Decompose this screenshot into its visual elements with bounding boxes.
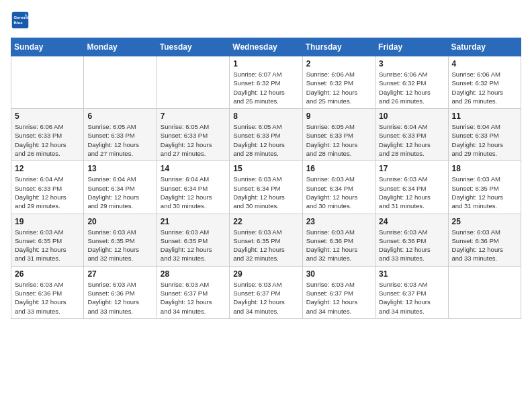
day-cell-26: 26Sunrise: 6:03 AMSunset: 6:36 PMDayligh… — [11, 266, 84, 318]
calendar-header: SundayMondayTuesdayWednesdayThursdayFrid… — [11, 38, 521, 56]
day-number: 20 — [87, 217, 152, 226]
day-number: 6 — [87, 111, 152, 121]
header-day-wednesday: Wednesday — [230, 38, 302, 56]
day-info: Sunrise: 6:03 AMSunset: 6:34 PMDaylight:… — [233, 175, 298, 210]
calendar-table: SundayMondayTuesdayWednesdayThursdayFrid… — [11, 38, 521, 319]
day-cell-empty — [11, 56, 84, 109]
day-info: Sunrise: 6:03 AMSunset: 6:37 PMDaylight:… — [161, 280, 226, 316]
day-info: Sunrise: 6:05 AMSunset: 6:33 PMDaylight:… — [233, 122, 298, 158]
day-cell-17: 17Sunrise: 6:03 AMSunset: 6:34 PMDayligh… — [375, 161, 448, 214]
day-cell-10: 10Sunrise: 6:04 AMSunset: 6:33 PMDayligh… — [375, 109, 448, 161]
calendar-body: 1Sunrise: 6:07 AMSunset: 6:32 PMDaylight… — [11, 56, 521, 319]
day-cell-7: 7Sunrise: 6:05 AMSunset: 6:33 PMDaylight… — [157, 109, 229, 161]
day-cell-19: 19Sunrise: 6:03 AMSunset: 6:35 PMDayligh… — [11, 214, 84, 266]
day-number: 10 — [379, 111, 444, 121]
day-number: 1 — [233, 59, 298, 68]
day-info: Sunrise: 6:03 AMSunset: 6:37 PMDaylight:… — [233, 280, 298, 316]
day-cell-21: 21Sunrise: 6:03 AMSunset: 6:35 PMDayligh… — [157, 214, 229, 266]
day-cell-9: 9Sunrise: 6:05 AMSunset: 6:33 PMDaylight… — [302, 109, 375, 161]
day-info: Sunrise: 6:03 AMSunset: 6:37 PMDaylight:… — [306, 280, 371, 316]
day-cell-18: 18Sunrise: 6:03 AMSunset: 6:35 PMDayligh… — [448, 161, 521, 214]
day-number: 12 — [15, 164, 80, 173]
week-row-4: 19Sunrise: 6:03 AMSunset: 6:35 PMDayligh… — [11, 214, 521, 266]
day-cell-23: 23Sunrise: 6:03 AMSunset: 6:36 PMDayligh… — [302, 214, 375, 266]
week-row-5: 26Sunrise: 6:03 AMSunset: 6:36 PMDayligh… — [11, 266, 521, 318]
day-info: Sunrise: 6:04 AMSunset: 6:33 PMDaylight:… — [379, 122, 444, 158]
day-info: Sunrise: 6:03 AMSunset: 6:35 PMDaylight:… — [87, 228, 152, 263]
day-info: Sunrise: 6:07 AMSunset: 6:32 PMDaylight:… — [233, 70, 298, 105]
day-cell-22: 22Sunrise: 6:03 AMSunset: 6:35 PMDayligh… — [230, 214, 302, 266]
day-info: Sunrise: 6:03 AMSunset: 6:37 PMDaylight:… — [379, 280, 444, 316]
day-cell-28: 28Sunrise: 6:03 AMSunset: 6:37 PMDayligh… — [157, 266, 229, 318]
day-number: 4 — [452, 59, 517, 68]
day-number: 15 — [233, 164, 298, 173]
header-day-friday: Friday — [375, 38, 448, 56]
day-info: Sunrise: 6:04 AMSunset: 6:33 PMDaylight:… — [15, 175, 80, 210]
day-info: Sunrise: 6:03 AMSunset: 6:36 PMDaylight:… — [87, 280, 152, 316]
day-cell-11: 11Sunrise: 6:04 AMSunset: 6:33 PMDayligh… — [448, 109, 521, 161]
day-info: Sunrise: 6:03 AMSunset: 6:35 PMDaylight:… — [15, 228, 80, 263]
day-cell-empty — [84, 56, 157, 109]
week-row-2: 5Sunrise: 6:06 AMSunset: 6:33 PMDaylight… — [11, 109, 521, 161]
day-cell-15: 15Sunrise: 6:03 AMSunset: 6:34 PMDayligh… — [230, 161, 302, 214]
day-number: 7 — [161, 111, 226, 121]
day-number: 14 — [161, 164, 226, 173]
day-info: Sunrise: 6:06 AMSunset: 6:32 PMDaylight:… — [452, 70, 517, 105]
day-number: 13 — [87, 164, 152, 173]
day-number: 31 — [379, 269, 444, 279]
day-cell-6: 6Sunrise: 6:05 AMSunset: 6:33 PMDaylight… — [84, 109, 157, 161]
header-day-sunday: Sunday — [11, 38, 84, 56]
day-number: 2 — [306, 59, 371, 68]
day-cell-13: 13Sunrise: 6:04 AMSunset: 6:34 PMDayligh… — [84, 161, 157, 214]
day-info: Sunrise: 6:03 AMSunset: 6:36 PMDaylight:… — [306, 228, 371, 263]
day-number: 19 — [15, 217, 80, 226]
day-info: Sunrise: 6:03 AMSunset: 6:35 PMDaylight:… — [452, 175, 517, 210]
header-day-monday: Monday — [84, 38, 157, 56]
day-number: 25 — [452, 217, 517, 226]
day-cell-24: 24Sunrise: 6:03 AMSunset: 6:36 PMDayligh… — [375, 214, 448, 266]
day-info: Sunrise: 6:06 AMSunset: 6:33 PMDaylight:… — [15, 122, 80, 158]
day-cell-31: 31Sunrise: 6:03 AMSunset: 6:37 PMDayligh… — [375, 266, 448, 318]
logo-icon: General Blue — [11, 11, 30, 30]
day-info: Sunrise: 6:03 AMSunset: 6:36 PMDaylight:… — [15, 280, 80, 316]
day-cell-25: 25Sunrise: 6:03 AMSunset: 6:36 PMDayligh… — [448, 214, 521, 266]
day-cell-27: 27Sunrise: 6:03 AMSunset: 6:36 PMDayligh… — [84, 266, 157, 318]
day-info: Sunrise: 6:03 AMSunset: 6:36 PMDaylight:… — [379, 228, 444, 263]
day-cell-5: 5Sunrise: 6:06 AMSunset: 6:33 PMDaylight… — [11, 109, 84, 161]
day-info: Sunrise: 6:03 AMSunset: 6:34 PMDaylight:… — [379, 175, 444, 210]
day-cell-20: 20Sunrise: 6:03 AMSunset: 6:35 PMDayligh… — [84, 214, 157, 266]
day-info: Sunrise: 6:05 AMSunset: 6:33 PMDaylight:… — [87, 122, 152, 158]
day-number: 16 — [306, 164, 371, 173]
day-number: 27 — [87, 269, 152, 279]
day-cell-29: 29Sunrise: 6:03 AMSunset: 6:37 PMDayligh… — [230, 266, 302, 318]
day-number: 28 — [161, 269, 226, 279]
day-cell-3: 3Sunrise: 6:06 AMSunset: 6:32 PMDaylight… — [375, 56, 448, 109]
day-info: Sunrise: 6:04 AMSunset: 6:33 PMDaylight:… — [452, 122, 517, 158]
day-info: Sunrise: 6:06 AMSunset: 6:32 PMDaylight:… — [306, 70, 371, 105]
day-info: Sunrise: 6:03 AMSunset: 6:35 PMDaylight:… — [233, 228, 298, 263]
day-cell-2: 2Sunrise: 6:06 AMSunset: 6:32 PMDaylight… — [302, 56, 375, 109]
day-cell-14: 14Sunrise: 6:04 AMSunset: 6:34 PMDayligh… — [157, 161, 229, 214]
day-cell-8: 8Sunrise: 6:05 AMSunset: 6:33 PMDaylight… — [230, 109, 302, 161]
day-number: 11 — [452, 111, 517, 121]
day-number: 8 — [233, 111, 298, 121]
day-info: Sunrise: 6:06 AMSunset: 6:32 PMDaylight:… — [379, 70, 444, 105]
day-number: 17 — [379, 164, 444, 173]
day-number: 9 — [306, 111, 371, 121]
day-info: Sunrise: 6:04 AMSunset: 6:34 PMDaylight:… — [87, 175, 152, 210]
day-number: 3 — [379, 59, 444, 68]
day-cell-empty — [448, 266, 521, 318]
page-header: General Blue — [11, 11, 521, 30]
header-row: SundayMondayTuesdayWednesdayThursdayFrid… — [11, 38, 521, 56]
svg-text:Blue: Blue — [13, 20, 23, 25]
header-day-thursday: Thursday — [302, 38, 375, 56]
day-cell-12: 12Sunrise: 6:04 AMSunset: 6:33 PMDayligh… — [11, 161, 84, 214]
day-cell-empty — [157, 56, 229, 109]
day-number: 5 — [15, 111, 80, 121]
header-day-saturday: Saturday — [448, 38, 521, 56]
day-info: Sunrise: 6:05 AMSunset: 6:33 PMDaylight:… — [161, 122, 226, 158]
day-info: Sunrise: 6:03 AMSunset: 6:35 PMDaylight:… — [161, 228, 226, 263]
day-number: 18 — [452, 164, 517, 173]
day-cell-4: 4Sunrise: 6:06 AMSunset: 6:32 PMDaylight… — [448, 56, 521, 109]
day-number: 30 — [306, 269, 371, 279]
